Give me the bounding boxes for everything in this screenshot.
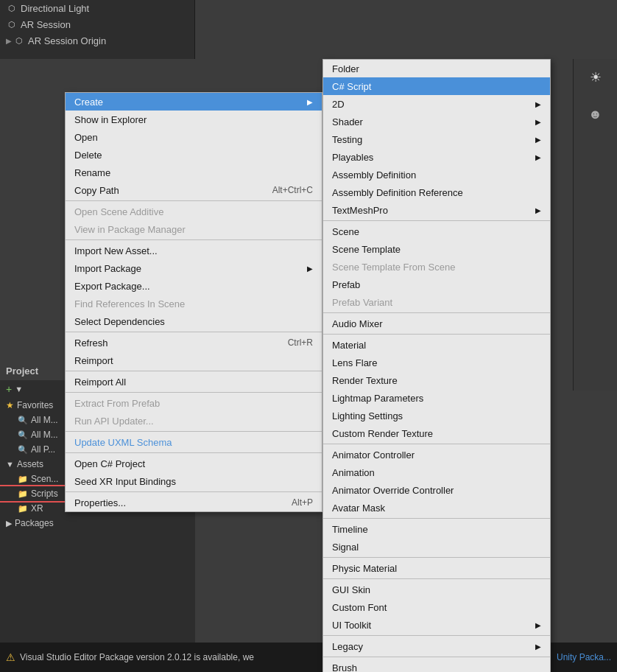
ui-toolkit-arrow-icon: ▶ [535,621,541,629]
sub-menu-item-gui-skin[interactable]: GUI Skin [323,581,550,598]
separator-3 [66,332,322,332]
sub-menu-item-textmeshpro[interactable]: TextMeshPro ▶ [323,201,550,219]
sub-menu-item-avatar-mask[interactable]: Avatar Mask [323,499,550,517]
menu-item-copy-path[interactable]: Copy Path Alt+Ctrl+C [66,181,322,199]
sub-menu-item-testing[interactable]: Testing ▶ [323,130,550,148]
star-icon: ★ [6,400,14,410]
face-icon: ☻ [574,96,617,133]
sub-menu-item-animation[interactable]: Animation [323,463,550,481]
hierarchy-item-directional-light[interactable]: ⬡ Directional Light [0,0,194,16]
legacy-arrow-icon: ▶ [535,643,541,651]
warning-icon: ⚠ [6,651,15,663]
hierarchy-item-ar-session-origin[interactable]: ▶ ⬡ AR Session Origin [0,32,194,49]
menu-item-import-new-asset[interactable]: Import New Asset... [66,242,322,259]
sub-menu-item-assembly-def[interactable]: Assembly Definition [323,166,550,183]
sub-menu-item-prefab-variant: Prefab Variant [323,293,550,311]
light-icon: ⬡ [6,2,18,14]
right-toolbar: ☀ ☻ [573,59,617,391]
sub-sep-3 [323,334,550,335]
sub-menu-item-playables[interactable]: Playables ▶ [323,148,550,166]
sub-menu-item-2d[interactable]: 2D ▶ [323,95,550,113]
sub-menu-item-animator-controller[interactable]: Animator Controller [323,446,550,463]
sub-sep-4 [323,444,550,444]
packages-folder[interactable]: ▶ Packages [0,516,195,531]
menu-item-extract-prefab: Extract From Prefab [66,394,322,412]
ar-icon: ⬡ [6,18,18,30]
packages-arrow-icon: ▶ [6,519,12,528]
search-icon-3: 🔍 [18,445,28,455]
playables-arrow-icon: ▶ [535,153,541,161]
separator-7 [66,452,322,453]
sub-menu-item-folder[interactable]: Folder [323,60,550,77]
sub-menu-item-assembly-def-ref[interactable]: Assembly Definition Reference [323,183,550,201]
search-icon-2: 🔍 [18,430,28,440]
context-menu-main: Create ▶ Show in Explorer Open Delete Re… [65,92,322,512]
hierarchy-panel: ⬡ Directional Light ⬡ AR Session ▶ ⬡ AR … [0,0,195,59]
assets-arrow-icon: ▼ [6,460,14,469]
menu-item-open[interactable]: Open [66,128,322,146]
menu-item-properties[interactable]: Properties... Alt+P [66,494,322,511]
sub-menu-item-scene-template[interactable]: Scene Template [323,240,550,258]
2d-arrow-icon: ▶ [535,100,541,108]
copy-path-shortcut: Alt+Ctrl+C [272,185,313,195]
menu-item-export-package[interactable]: Export Package... [66,277,322,295]
import-package-arrow-icon: ▶ [307,265,313,273]
sub-menu-item-audio-mixer[interactable]: Audio Mixer [323,315,550,332]
sub-sep-6 [323,557,550,558]
separator-4 [66,371,322,371]
textmeshpro-arrow-icon: ▶ [535,206,541,214]
sub-menu-item-custom-font[interactable]: Custom Font [323,598,550,616]
menu-item-import-package[interactable]: Import Package ▶ [66,259,322,277]
testing-arrow-icon: ▶ [535,136,541,144]
menu-item-create[interactable]: Create ▶ [66,93,322,111]
menu-item-rename[interactable]: Rename [66,164,322,181]
sub-menu-item-animator-override[interactable]: Animator Override Controller [323,481,550,499]
separator-8 [66,491,322,492]
submenu-arrow-icon: ▶ [307,98,313,106]
menu-item-delete[interactable]: Delete [66,146,322,164]
sub-sep-8 [323,635,550,636]
sub-menu-item-ui-toolkit[interactable]: UI Toolkit ▶ [323,616,550,634]
menu-item-select-dependencies[interactable]: Select Dependencies [66,312,322,330]
ar-origin-icon: ⬡ [13,35,25,46]
sub-menu-item-material[interactable]: Material [323,336,550,354]
separator-2 [66,239,322,240]
shader-arrow-icon: ▶ [535,118,541,126]
sub-sep-7 [323,578,550,579]
status-right-link[interactable]: Unity Packa... [557,652,611,662]
sun-icon: ☀ [574,59,617,96]
separator-5 [66,392,322,393]
sub-menu-item-custom-render-texture[interactable]: Custom Render Texture [323,424,550,442]
menu-item-open-csharp[interactable]: Open C# Project [66,455,322,472]
sub-menu-item-lightmap-params[interactable]: Lightmap Parameters [323,389,550,407]
sub-menu-item-scene-template-from-scene: Scene Template From Scene [323,258,550,276]
sub-menu-item-lighting-settings[interactable]: Lighting Settings [323,407,550,424]
menu-item-reimport-all[interactable]: Reimport All [66,373,322,391]
sub-sep-5 [323,518,550,519]
menu-item-refresh[interactable]: Refresh Ctrl+R [66,334,322,351]
sub-menu-item-csharp-script[interactable]: C# Script [323,77,550,95]
hierarchy-item-ar-session[interactable]: ⬡ AR Session [0,16,194,32]
sub-menu-item-lens-flare[interactable]: Lens Flare [323,354,550,371]
menu-item-update-uxml[interactable]: Update UXML Schema [66,433,322,451]
sub-menu-item-render-texture[interactable]: Render Texture [323,371,550,389]
expand-arrow-icon: ▶ [6,37,12,45]
sub-menu-item-scene[interactable]: Scene [323,223,550,240]
sub-menu-item-signal[interactable]: Signal [323,538,550,556]
refresh-shortcut: Ctrl+R [288,337,313,348]
separator-1 [66,200,322,201]
sub-menu-item-timeline[interactable]: Timeline [323,520,550,538]
sub-sep-1 [323,220,550,221]
menu-item-open-scene-additive: Open Scene Additive [66,203,322,220]
menu-item-reimport[interactable]: Reimport [66,351,322,369]
menu-item-seed-xr[interactable]: Seed XR Input Bindings [66,472,322,490]
sub-menu-item-shader[interactable]: Shader ▶ [323,113,550,130]
add-icon[interactable]: + [6,383,12,395]
dropdown-arrow-icon: ▼ [15,385,23,393]
sub-menu-item-prefab[interactable]: Prefab [323,276,550,293]
sub-menu-item-physic-material[interactable]: Physic Material [323,559,550,577]
sub-menu-item-brush[interactable]: Brush [323,659,550,672]
menu-item-view-package-manager: View in Package Manager [66,220,322,238]
menu-item-show-explorer[interactable]: Show in Explorer [66,111,322,128]
sub-menu-item-legacy[interactable]: Legacy ▶ [323,637,550,655]
